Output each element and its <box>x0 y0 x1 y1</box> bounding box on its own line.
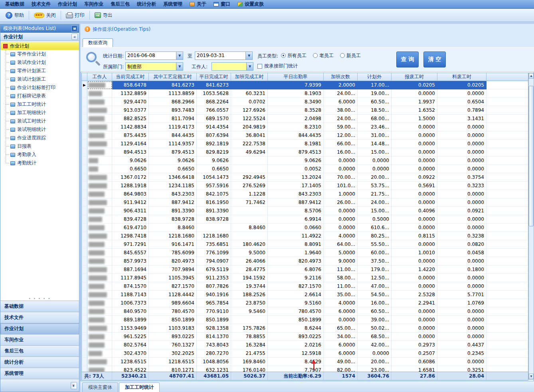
table-row[interactable]: 875.4435844.4435807.639436.8041844.44351… <box>82 131 528 140</box>
sidebar-tree-item-6[interactable]: 加工工时统计 <box>0 100 79 109</box>
menu-item-1[interactable]: 技术文件 <box>28 0 54 8</box>
chevron-down-icon[interactable]: ▼ <box>246 63 253 70</box>
table-row[interactable]: 1238.65151218.65151048.8056169.84608.462… <box>82 358 528 366</box>
sidebar-tree-item-13[interactable]: 考勤统计 <box>0 159 79 167</box>
chevron-double-down-icon[interactable]: » <box>71 382 77 389</box>
table-row[interactable]: 823.4522810.1271632.1231176.01407.790782… <box>82 366 528 372</box>
sidebar-tree-item-7[interactable]: 加工明细统计 <box>0 109 79 117</box>
table-row[interactable]: 874.1570827.1570807.782619.3744827.15701… <box>82 282 528 291</box>
column-header-7[interactable]: 计划外 <box>358 73 392 81</box>
worker-select[interactable]: ▼ <box>212 62 253 71</box>
export-button[interactable]: → 导出 <box>91 11 116 20</box>
table-row[interactable]: 1298.74181218.16801218.168011.49224.0000… <box>82 232 528 240</box>
tab-data-query[interactable]: 数据查询 <box>83 38 113 47</box>
sidebar-tree-item-8[interactable]: 装试工时统计 <box>0 117 79 125</box>
close-button[interactable]: EXIT 关闭 <box>31 11 59 20</box>
table-row[interactable]: 929.4470868.2966868.22640.07028.34906.00… <box>82 98 528 106</box>
sidebar-tree-item-5[interactable]: 打标牌记录表 <box>0 92 79 100</box>
table-row[interactable]: 839.4728838.9728838.97286.99140.00000.50… <box>82 215 528 224</box>
table-row[interactable]: 302.4370302.2025280.727021.475512.59186.… <box>82 349 528 358</box>
table-row[interactable]: 1367.01721346.64181054.1473292.494513.20… <box>82 173 528 182</box>
table-row[interactable]: 887.1694707.9894679.511928.47756.807611.… <box>82 265 528 274</box>
table-row[interactable]: 911.9412887.9412816.195071.7462887.94122… <box>82 198 528 207</box>
column-header-6[interactable]: 加班次数 <box>324 73 358 81</box>
sidebar-tree-item-2[interactable]: 零件计划派工 <box>0 67 79 75</box>
table-row[interactable]: 840.9570780.4570770.91109.5460780.45706.… <box>82 307 528 316</box>
column-header-1[interactable]: 当前完成工时 <box>112 73 149 81</box>
vertical-scrollbar[interactable]: ▲ ▼ <box>528 73 534 380</box>
sidebar-nav-2[interactable]: 作业计划 <box>0 323 79 335</box>
sidebar-tree-item-11[interactable]: 日报表 <box>0 142 79 150</box>
table-row[interactable]: 894.4513879.4513829.821949.6294879.45131… <box>82 148 528 156</box>
table-row[interactable]: 1132.88591113.88591053.562860.32318.1903… <box>82 89 528 98</box>
chevron-down-icon[interactable]: ▼ <box>176 63 183 70</box>
by-dept-checkbox[interactable]: 按承接部门统计 <box>257 63 298 69</box>
department-select[interactable]: 制造部 ▼ <box>125 62 183 71</box>
table-row[interactable]: 619.47108.84608.84600.06600.0000610.6...… <box>82 224 528 232</box>
emp-type-option-1[interactable]: 老员工 <box>313 52 334 59</box>
sidebar-nav-3[interactable]: 车间作业 <box>0 335 79 346</box>
table-row[interactable]: 971.7291916.1471735.6851180.46208.809164… <box>82 240 528 249</box>
menu-item-0[interactable]: 基础数据 <box>2 0 28 8</box>
sidebar-tree-item-10[interactable]: 作业进度跟踪 <box>0 134 79 142</box>
sidebar-nav-6[interactable]: 系统管理 <box>0 368 79 379</box>
menu-item-icon-2[interactable]: 设置皮肤 <box>234 0 267 8</box>
print-button[interactable]: 打印 <box>63 11 88 20</box>
table-row[interactable]: 1288.19181234.1185957.5916276.526917.140… <box>82 182 528 190</box>
table-row[interactable]: ▶858.6478841.6273841.62737.93992.000017.… <box>82 81 528 89</box>
table-row[interactable]: 0.66500.66500.66500.00520.00000.00000.00… <box>82 165 528 173</box>
scroll-down-icon[interactable]: ▼ <box>529 374 534 379</box>
sidebar-tree-item-4[interactable]: 作业计划标签打印 <box>0 83 79 92</box>
scroll-up-icon[interactable]: ▲ <box>529 73 534 79</box>
column-header-9[interactable]: 料废工时 <box>437 73 487 81</box>
table-row[interactable]: 1142.88341119.4173914.4354204.98198.2310… <box>82 123 528 131</box>
sidebar-nav-0[interactable]: 基础数据 <box>0 301 79 312</box>
table-row[interactable]: 857.9973820.4973794.090726.4066820.49739… <box>82 257 528 265</box>
table-row[interactable]: 1117.89451105.3945911.2353194.15929.2116… <box>82 274 528 282</box>
table-row[interactable]: 1129.41641114.9357892.1819222.75388.1981… <box>82 140 528 148</box>
scrollbar-thumb[interactable] <box>529 86 534 226</box>
sidebar-nav-5[interactable]: 统计分析 <box>0 357 79 368</box>
column-header-2[interactable]: 其中工艺定额工时 <box>149 73 197 81</box>
sidebar-tree-item-0[interactable]: 零件作业计划 <box>0 50 79 58</box>
table-row[interactable]: 1006.7373989.6604965.785423.87509.51604.… <box>82 299 528 307</box>
table-row[interactable]: 913.0377893.7483766.0557127.69268.352838… <box>82 106 528 115</box>
pin-icon[interactable] <box>71 26 77 32</box>
collapse-icon[interactable]: « <box>71 34 78 40</box>
bottom-tab-0[interactable]: 模块主窗体 <box>82 382 118 392</box>
sidebar-nav-1[interactable]: 技术文件 <box>0 312 79 323</box>
clear-button[interactable]: 清 空 <box>423 51 446 67</box>
chevron-down-icon[interactable]: ▼ <box>176 52 183 59</box>
sidebar-tree-item-12[interactable]: 考勤录入 <box>0 150 79 159</box>
sidebar-tree-item-9[interactable]: 装试明细统计 <box>0 125 79 134</box>
table-row[interactable]: 882.8525811.7094689.1570122.55242.049824… <box>82 115 528 123</box>
sidebar-tree-item-3[interactable]: 装试计划派工 <box>0 75 79 83</box>
menu-item-icon-0[interactable]: 关于 <box>186 0 210 8</box>
menu-item-icon-1[interactable]: 窗口 <box>210 0 234 8</box>
tree-root-item[interactable]: 作业计划 <box>0 42 79 50</box>
query-button[interactable]: 查 询 <box>396 51 419 67</box>
bottom-tab-1[interactable]: 加工工时统计 <box>119 382 160 392</box>
menu-item-6[interactable]: 系统管理 <box>160 0 186 8</box>
table-row[interactable]: 889.1899850.1899850.1899850.18990.000039… <box>82 316 528 324</box>
help-button[interactable]: ? 帮助 <box>2 11 27 20</box>
column-header-4[interactable]: 加班完成工时 <box>231 73 268 81</box>
menu-item-2[interactable]: 作业计划 <box>54 0 81 8</box>
column-header-5[interactable]: 平日出勤率 <box>268 73 324 81</box>
sidebar-tree-item-1[interactable]: 装试作业计划 <box>0 58 79 67</box>
splitter-handle[interactable]: • • • • • <box>0 297 79 301</box>
sidebar-nav-4[interactable]: 售后三包 <box>0 346 79 357</box>
emp-type-option-2[interactable]: 新员工 <box>340 52 361 59</box>
column-header-8[interactable]: 报废工时 <box>392 73 437 81</box>
date-to-input[interactable]: 2019-03-31 ▼ <box>195 51 253 60</box>
column-header-3[interactable]: 平日完成工时 <box>197 73 231 81</box>
table-row[interactable]: 1153.94691103.9183928.1358175.78268.6244… <box>82 324 528 333</box>
table-row[interactable]: 802.5764760.1327743.804316.32842.02166.0… <box>82 341 528 349</box>
column-header-0[interactable]: 工作人 <box>87 73 112 81</box>
table-row[interactable]: 961.5225893.0225814.137078.8855893.02253… <box>82 333 528 341</box>
table-row[interactable]: 9.06269.06269.06269.06260.00000.00000.00… <box>82 156 528 165</box>
chevron-down-icon[interactable]: ▼ <box>245 52 252 59</box>
table-row[interactable]: 864.9803843.2303842.10751.1228843.23031.… <box>82 190 528 198</box>
emp-type-option-0[interactable]: 所有员工 <box>281 52 307 59</box>
menu-item-4[interactable]: 售后三包 <box>107 0 133 8</box>
